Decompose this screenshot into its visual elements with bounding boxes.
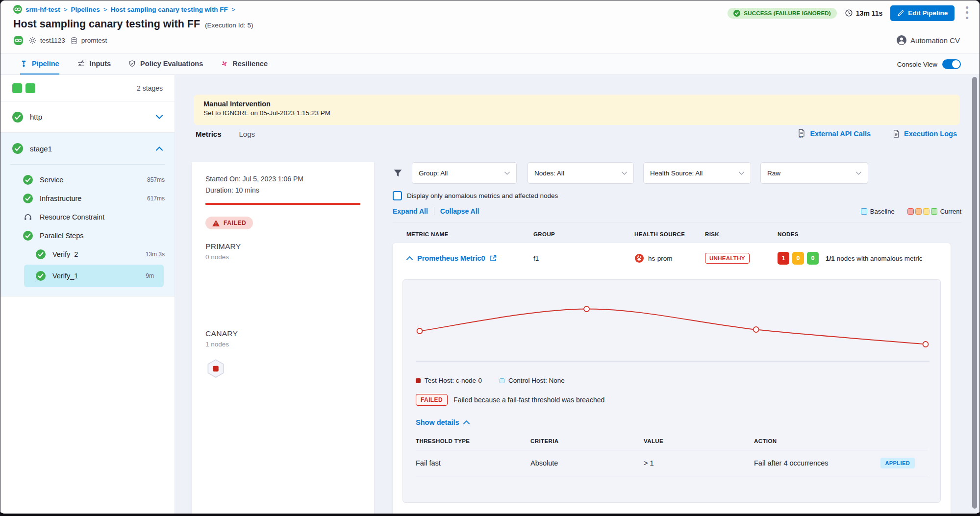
header-actions: SUCCESS (FAILURE IGNORED) 13m 11s Edit P… [728,3,972,23]
filter-row: Group: All Nodes: All Health Source: All… [393,162,961,184]
chevron-down-icon[interactable] [156,115,163,119]
log-links: API External API Calls Execution Logs [797,129,957,139]
verification-summary-panel: Started On: Jul 5, 2023 1:06 PM Duration… [192,162,374,514]
chevron-down-icon [504,172,510,175]
stage-http-label: http [30,113,42,121]
anomalous-checkbox-label: Display only anomalous metrics and affec… [407,192,558,199]
document-icon [892,129,900,139]
failed-outline-badge: FAILED [416,394,448,406]
step-duration: 857ms [147,176,165,183]
stage-count: 2 stages [137,84,163,92]
pipeline-meta-row: test1123 promtest [13,35,107,46]
metric-table-header: METRIC NAME GROUP HEALTH SOURCE RISK NOD… [393,222,961,243]
step-infrastructure[interactable]: Infrastructure 617ms [0,189,175,208]
metric-name-link[interactable]: Prometheus Metric0 [417,254,485,262]
chevron-down-icon [739,172,744,175]
stage-http[interactable]: http [0,101,175,133]
tab-metrics[interactable]: Metrics [196,130,222,138]
stage-summary-row: 2 stages [0,75,175,101]
current-yellow-swatch [923,208,930,215]
chevron-down-icon [622,172,627,175]
check-circle-icon [23,231,33,241]
banner-title: Manual Intervention [203,100,950,108]
gear-icon [28,36,37,45]
green-node-count-chip: 0 [807,252,819,265]
check-circle-icon [36,271,46,281]
threshold-action: Fail after 4 occurrences APPLIED [754,458,928,468]
current-green-swatch [931,208,937,215]
breadcrumb-project[interactable]: srm-hf-test [25,6,60,13]
step-parallel-steps[interactable]: Parallel Steps [0,226,175,245]
expand-collapse-row: Expand All Collapse All Baseline Current [393,207,961,222]
main-content: Manual Intervention Set to IGNORE on 05-… [175,75,980,514]
check-circle-icon [733,10,740,17]
external-api-calls-link[interactable]: API External API Calls [797,129,871,139]
filter-funnel-icon[interactable] [393,168,403,178]
tab-resilience[interactable]: Resilience [221,54,268,74]
collapse-chevron-up-icon[interactable] [406,256,413,260]
execution-logs-link[interactable]: Execution Logs [892,129,957,139]
metric-name-cell: Prometheus Metric0 [406,254,533,262]
tab-policy-evaluations[interactable]: Policy Evaluations [128,54,203,74]
page-header: srm-hf-test > Pipelines > Host sampling … [0,0,980,53]
nodes-filter-dropdown[interactable]: Nodes: All [528,162,634,184]
breadcrumb-pipelines[interactable]: Pipelines [71,6,100,13]
service-name: test1123 [40,37,65,44]
group-filter-dropdown[interactable]: Group: All [412,162,517,184]
canary-node-count: 1 nodes [205,341,360,348]
control-host-legend-item: Control Host: None [500,377,565,384]
step-duration: 13m 3s [146,251,165,258]
shield-check-icon [128,60,136,68]
amber-node-count-chip: 0 [792,252,804,265]
show-details-link[interactable]: Show details [416,418,928,426]
tab-inputs[interactable]: Inputs [77,54,111,74]
breadcrumb: srm-hf-test > Pipelines > Host sampling … [13,5,235,14]
threshold-type: Fail fast [416,459,530,467]
breadcrumb-pipeline-name[interactable]: Host sampling canary testing with FF [111,6,228,13]
duration-text: 13m 11s [856,9,883,17]
edit-pipeline-button[interactable]: Edit Pipeline [890,5,955,21]
chevron-down-icon [856,172,861,175]
triggered-by-user: Automation CV [897,35,960,45]
stage-stage1[interactable]: stage1 [0,133,175,164]
raw-mode-dropdown[interactable]: Raw [760,162,868,184]
chart-legend: Test Host: c-node-0 Control Host: None [416,377,928,384]
chevron-up-icon[interactable] [156,147,163,151]
canary-label: CANARY [205,329,360,338]
manual-intervention-banner: Manual Intervention Set to IGNORE on 05-… [194,95,960,125]
step-service[interactable]: Service 857ms [0,171,175,189]
status-text: SUCCESS (FAILURE IGNORED) [744,10,831,16]
tab-pipeline[interactable]: Pipeline [20,54,59,74]
red-node-count-chip: 1 [778,252,789,265]
console-view-toggle[interactable] [942,59,961,69]
step-verify-1[interactable]: Verify_1 9m [24,265,164,287]
execution-status-badge: SUCCESS (FAILURE IGNORED) [728,8,837,19]
step-resource-constraint[interactable]: Resource Constraint [0,208,175,226]
tab-logs[interactable]: Logs [239,130,255,138]
anomalous-filter-row: Display only anomalous metrics and affec… [393,191,961,200]
metric-row: Prometheus Metric0 f1 hs-prom UNHEALTHY [393,243,951,273]
metric-risk-cell: UNHEALTHY [705,253,778,264]
check-circle-icon [36,249,46,259]
check-circle-icon [12,112,23,123]
external-link-icon[interactable] [490,255,497,262]
main-tabbar: Pipeline Inputs Policy Evaluations Resil… [0,53,980,75]
execution-duration: 13m 11s [845,9,883,17]
metric-row-card: Prometheus Metric0 f1 hs-prom UNHEALTHY [393,243,951,516]
health-source-filter-dropdown[interactable]: Health Source: All [643,162,751,184]
collapse-all-link[interactable]: Collapse All [440,207,479,215]
step-verify-2[interactable]: Verify_2 13m 3s [0,245,175,264]
health-source-meta[interactable]: promtest [70,37,107,45]
expand-all-link[interactable]: Expand All [393,207,428,215]
primary-label: PRIMARY [205,242,360,251]
service-logo-icon [13,35,24,46]
primary-node-count: 0 nodes [205,253,360,261]
more-options-menu[interactable]: ••• [962,3,972,23]
stage1-section: stage1 Service 857ms In [0,133,175,296]
anomalous-checkbox[interactable] [393,191,402,200]
headphones-icon [23,212,33,222]
vertical-scrollbar[interactable] [972,77,977,509]
service-meta[interactable]: test1123 [28,36,65,45]
canary-node-hexagon[interactable] [205,359,226,383]
stage-stage1-label: stage1 [30,145,52,153]
